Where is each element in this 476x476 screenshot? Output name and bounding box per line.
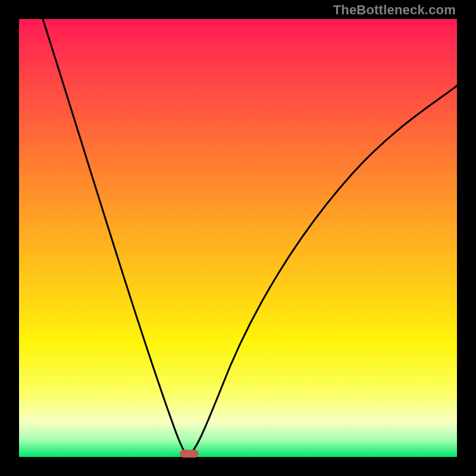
plot-area [19, 19, 457, 457]
curve-left-branch [43, 19, 188, 456]
watermark-text: TheBottleneck.com [333, 2, 456, 18]
curve-right-branch [188, 86, 457, 456]
outer-frame: TheBottleneck.com [0, 0, 476, 476]
cusp-marker [180, 450, 199, 458]
bottleneck-curve [19, 19, 457, 457]
